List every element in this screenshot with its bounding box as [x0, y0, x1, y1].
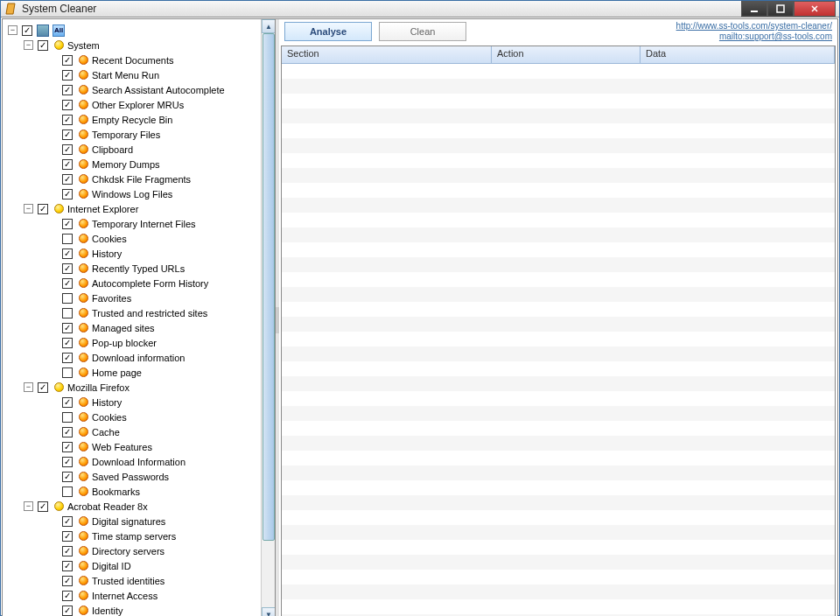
- tree-item-0-9[interactable]: Windows Log Files: [4, 186, 273, 201]
- tree-item-0-3[interactable]: Other Explorer MRUs: [4, 97, 273, 112]
- expand-toggle[interactable]: −: [24, 382, 33, 392]
- tree-item-3-1[interactable]: Time stamp servers: [4, 528, 273, 543]
- close-button[interactable]: [794, 1, 836, 17]
- checkbox[interactable]: [38, 501, 48, 512]
- expand-toggle[interactable]: −: [24, 204, 33, 214]
- tree-item-3-6[interactable]: Identity: [4, 603, 273, 616]
- tree-item-1-6[interactable]: Trusted and restricted sites: [4, 305, 273, 320]
- tree-item-0-6[interactable]: Clipboard: [4, 142, 273, 157]
- tree-item-3-2[interactable]: Directory servers: [4, 543, 273, 558]
- tree-item-1-8[interactable]: Pop-up blocker: [4, 335, 273, 350]
- checkbox[interactable]: [62, 263, 73, 274]
- checkbox[interactable]: [62, 159, 73, 170]
- scroll-thumb[interactable]: [262, 33, 275, 541]
- checkbox[interactable]: [62, 457, 73, 467]
- tree-item-0-8[interactable]: Chkdsk File Fragments: [4, 172, 273, 186]
- tree-item-0-2[interactable]: Search Assistant Autocomplete: [4, 82, 273, 97]
- checkbox[interactable]: [62, 442, 73, 452]
- tree-item-2-2[interactable]: Cache: [4, 424, 273, 439]
- tree-item-0-7[interactable]: Memory Dumps: [4, 157, 273, 172]
- checkbox[interactable]: [62, 561, 73, 571]
- tree-item-2-6[interactable]: Bookmarks: [4, 484, 273, 499]
- tree-item-2-1[interactable]: Cookies: [4, 410, 273, 424]
- support-link[interactable]: mailto:support@ss-tools.com: [676, 32, 832, 42]
- expand-toggle[interactable]: −: [24, 501, 33, 511]
- checkbox[interactable]: [38, 204, 48, 214]
- checkbox[interactable]: [62, 368, 73, 378]
- tree-item-1-9[interactable]: Download information: [4, 350, 273, 365]
- checkbox[interactable]: [62, 606, 73, 616]
- tree-item-0-4[interactable]: Empty Recycle Bin: [4, 112, 273, 127]
- checkbox[interactable]: [62, 427, 73, 438]
- checkbox[interactable]: [62, 516, 73, 527]
- maximize-button[interactable]: [767, 1, 794, 17]
- tree-item-0-0[interactable]: Recent Documents: [4, 52, 273, 67]
- checkbox[interactable]: [62, 353, 73, 363]
- checkbox[interactable]: [62, 472, 73, 482]
- col-section[interactable]: Section: [282, 46, 492, 63]
- tree-item-1-3[interactable]: Recently Typed URLs: [4, 261, 273, 276]
- tree-item-3-3[interactable]: Digital ID: [4, 558, 273, 573]
- tree-item-2-3[interactable]: Web Features: [4, 439, 273, 454]
- tree-group-3[interactable]: −Acrobat Reader 8x: [4, 499, 273, 514]
- tree-item-1-4[interactable]: Autocomplete Form History: [4, 276, 273, 290]
- tree-item-1-7[interactable]: Managed sites: [4, 320, 273, 335]
- checkbox[interactable]: [62, 293, 73, 304]
- tree-item-1-0[interactable]: Temporary Internet Files: [4, 216, 273, 231]
- splitter[interactable]: [276, 19, 279, 616]
- checkbox[interactable]: [62, 308, 73, 318]
- checkbox[interactable]: [62, 189, 73, 200]
- tree-item-0-5[interactable]: Temporary Files: [4, 127, 273, 142]
- checkbox[interactable]: [62, 144, 73, 155]
- checkbox[interactable]: [62, 397, 73, 408]
- expand-toggle[interactable]: −: [8, 25, 18, 35]
- checkbox[interactable]: [62, 323, 73, 333]
- category-tree[interactable]: −All−SystemRecent DocumentsStart Menu Ru…: [3, 19, 275, 616]
- tree-group-0[interactable]: −System: [4, 38, 273, 52]
- tree-item-1-2[interactable]: History: [4, 246, 273, 261]
- expand-toggle[interactable]: −: [24, 40, 33, 50]
- tree-item-1-10[interactable]: Home page: [4, 365, 273, 380]
- tree-item-3-5[interactable]: Internet Access: [4, 588, 273, 603]
- checkbox[interactable]: [62, 234, 73, 244]
- checkbox[interactable]: [62, 85, 73, 95]
- checkbox[interactable]: [62, 248, 73, 259]
- scroll-up-button[interactable]: ▲: [262, 19, 276, 33]
- tree-item-2-5[interactable]: Saved Passwords: [4, 469, 273, 484]
- tree-scrollbar[interactable]: ▲ ▼: [261, 19, 275, 616]
- checkbox[interactable]: [62, 100, 73, 110]
- tree-item-0-1[interactable]: Start Menu Run: [4, 67, 273, 82]
- checkbox[interactable]: [62, 591, 73, 601]
- tree-group-2[interactable]: −Mozilla Firefox: [4, 380, 273, 395]
- tree-item-1-5[interactable]: Favorites: [4, 290, 273, 305]
- clean-button[interactable]: Clean: [379, 22, 466, 41]
- checkbox[interactable]: [62, 576, 73, 586]
- checkbox[interactable]: [62, 278, 73, 289]
- col-action[interactable]: Action: [492, 46, 640, 63]
- checkbox[interactable]: [38, 40, 48, 51]
- checkbox[interactable]: [62, 531, 73, 542]
- checkbox[interactable]: [62, 219, 73, 229]
- checkbox[interactable]: [62, 115, 73, 125]
- analyse-button[interactable]: Analyse: [284, 22, 372, 41]
- checkbox[interactable]: [62, 130, 73, 140]
- titlebar[interactable]: System Cleaner: [1, 1, 839, 18]
- col-data[interactable]: Data: [640, 46, 835, 63]
- checkbox[interactable]: [22, 25, 32, 36]
- tree-item-2-4[interactable]: Download Information: [4, 454, 273, 469]
- tree-root[interactable]: −All: [4, 23, 273, 38]
- checkbox[interactable]: [62, 70, 73, 80]
- checkbox[interactable]: [38, 382, 48, 393]
- checkbox[interactable]: [62, 174, 73, 185]
- checkbox[interactable]: [62, 412, 73, 423]
- tree-item-3-0[interactable]: Digital signatures: [4, 514, 273, 528]
- checkbox[interactable]: [62, 486, 73, 497]
- checkbox[interactable]: [62, 546, 73, 556]
- minimize-button[interactable]: [741, 1, 767, 17]
- tree-item-1-1[interactable]: Cookies: [4, 231, 273, 246]
- tree-item-2-0[interactable]: History: [4, 395, 273, 410]
- tree-item-3-4[interactable]: Trusted identities: [4, 573, 273, 588]
- checkbox[interactable]: [62, 55, 73, 66]
- scroll-down-button[interactable]: ▼: [262, 607, 276, 616]
- tree-group-1[interactable]: −Internet Explorer: [4, 201, 273, 216]
